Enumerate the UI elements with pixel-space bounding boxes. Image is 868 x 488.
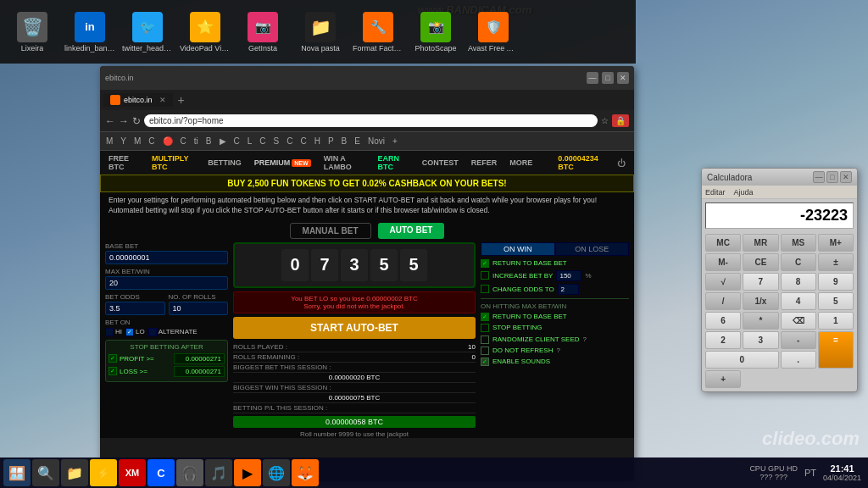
url-input[interactable] xyxy=(144,114,598,127)
calc-btn-del[interactable]: ⌫ xyxy=(781,312,816,330)
on-win-tab[interactable]: ON WIN xyxy=(481,242,555,256)
profit-checkbox[interactable] xyxy=(108,354,117,363)
nav-icon-p[interactable]: P xyxy=(326,136,337,146)
max-bet-input[interactable]: 20 xyxy=(105,276,228,290)
forward-button[interactable]: → xyxy=(119,115,129,127)
nav-premium[interactable]: PREMIUMNEW xyxy=(254,158,311,167)
taskbar-icon-avast[interactable]: 🛡️ Avast Free Antivirus xyxy=(468,12,519,53)
taskbar-folder-button[interactable]: 📁 xyxy=(61,459,88,486)
taskbar-icon-linkedin[interactable]: in linkedin_banne... xyxy=(64,12,115,53)
browser-tab-main[interactable]: ebitco.in ✕ xyxy=(103,93,173,107)
nav-icon-c2[interactable]: C xyxy=(178,136,189,146)
calc-btn-plus[interactable]: + xyxy=(705,370,741,388)
sounds-checkbox[interactable] xyxy=(481,358,489,366)
no-rolls-input[interactable]: 10 xyxy=(169,302,229,315)
calc-btn-9[interactable]: 9 xyxy=(818,273,854,291)
power-icon[interactable]: ⏻ xyxy=(617,158,626,168)
calc-btn-multiply[interactable]: * xyxy=(743,312,778,330)
calc-menu-ajuda[interactable]: Ajuda xyxy=(734,188,754,197)
taskbar-icon-lixeira[interactable]: 🗑️ Lixeira xyxy=(7,12,58,53)
calc-btn-dot[interactable]: . xyxy=(781,351,816,369)
no-refresh-checkbox[interactable] xyxy=(481,347,489,355)
auto-bet-tab[interactable]: AUTO BET xyxy=(378,223,445,239)
bet-odds-input[interactable]: 3.5 xyxy=(105,302,165,315)
calc-maximize-button[interactable]: □ xyxy=(826,171,838,183)
nav-icon-c4[interactable]: C xyxy=(257,136,268,146)
calc-btn-sqrt[interactable]: √ xyxy=(705,273,741,291)
maximize-button[interactable]: □ xyxy=(602,72,614,84)
nav-more[interactable]: MORE xyxy=(509,158,532,167)
refresh-button[interactable]: ↻ xyxy=(132,115,141,127)
taskbar-firefox-button[interactable]: 🦊 xyxy=(292,459,319,486)
calc-btn-equals-right[interactable]: = xyxy=(818,331,854,369)
taskbar-icon-videopad[interactable]: ⭐ VideoPad Video Editor xyxy=(180,12,231,53)
taskbar-vp-button[interactable]: ▶ xyxy=(234,459,261,486)
tab-close-icon[interactable]: ✕ xyxy=(159,96,166,104)
increase-bet-checkbox[interactable] xyxy=(481,271,489,280)
calc-btn-minus[interactable]: - xyxy=(781,331,816,349)
nav-earn-btc[interactable]: EARN BTC xyxy=(378,154,409,171)
new-tab-button[interactable]: + xyxy=(178,93,185,107)
calc-btn-divide[interactable]: / xyxy=(705,292,741,310)
taskbar-music-button[interactable]: 🎵 xyxy=(205,459,232,486)
nav-icon-h[interactable]: H xyxy=(312,136,323,146)
nav-contest[interactable]: CONTEST xyxy=(422,158,459,167)
taskbar-yellow-button[interactable]: ⚡ xyxy=(90,459,117,486)
nav-icon-l[interactable]: L xyxy=(245,136,255,146)
taskbar-cm-button[interactable]: C xyxy=(147,459,175,486)
calc-btn-mr[interactable]: MR xyxy=(743,234,778,252)
calc-btn-plusminus[interactable]: ± xyxy=(818,253,854,271)
nav-win-lambo[interactable]: WIN A LAMBO xyxy=(324,154,365,171)
calc-btn-6[interactable]: 6 xyxy=(705,312,741,330)
calc-btn-mplus[interactable]: M+ xyxy=(818,234,854,252)
calc-btn-7[interactable]: 7 xyxy=(743,273,778,291)
calc-btn-c[interactable]: C xyxy=(781,253,816,271)
calc-btn-ce[interactable]: CE xyxy=(743,253,778,271)
calc-btn-8[interactable]: 8 xyxy=(781,273,816,291)
nav-icon-c[interactable]: C xyxy=(146,136,157,146)
calc-btn-4[interactable]: 4 xyxy=(781,292,816,310)
nav-icon-ti[interactable]: ti xyxy=(192,136,201,146)
nav-icon-m2[interactable]: M xyxy=(131,136,143,146)
calc-btn-0[interactable]: 0 xyxy=(705,351,779,369)
back-button[interactable]: ← xyxy=(105,115,115,127)
close-button[interactable]: ✕ xyxy=(617,72,629,84)
change-odds-input[interactable] xyxy=(558,284,579,295)
nav-icon-novi[interactable]: Novi xyxy=(365,136,387,146)
calc-btn-5[interactable]: 5 xyxy=(818,292,854,310)
bet-lo-option[interactable]: LO xyxy=(125,328,145,336)
profit-input[interactable]: 0.00000271 xyxy=(174,353,225,364)
calc-btn-2[interactable]: 2 xyxy=(705,331,741,349)
base-bet-input[interactable]: 0.00000001 xyxy=(105,251,228,264)
calc-btn-mminus[interactable]: M- xyxy=(705,253,741,271)
nav-icon-m[interactable]: M xyxy=(103,136,115,146)
taskbar-icon-getinsta[interactable]: 📷 GetInsta xyxy=(237,12,288,53)
calc-btn-mc[interactable]: MC xyxy=(705,234,741,252)
taskbar-icon-novapasta[interactable]: 📁 Nova pasta xyxy=(295,12,346,53)
nav-icon-plus[interactable]: + xyxy=(390,136,400,146)
calc-minimize-button[interactable]: — xyxy=(813,171,825,183)
taskbar-icon-photoscap[interactable]: 📸 PhotoScape xyxy=(410,12,461,53)
nav-icon-c3[interactable]: C xyxy=(231,136,242,146)
nav-icon-b2[interactable]: B xyxy=(339,136,350,146)
calc-btn-reciprocal[interactable]: 1/x xyxy=(743,292,778,310)
on-lose-tab[interactable]: ON LOSE xyxy=(555,242,630,256)
bookmark-icon[interactable]: ☆ xyxy=(601,116,609,125)
nav-icon-c5[interactable]: C xyxy=(284,136,295,146)
nav-icon-c6[interactable]: C xyxy=(298,136,309,146)
loss-checkbox[interactable] xyxy=(108,367,117,375)
nav-icon-s[interactable]: S xyxy=(271,136,282,146)
calc-btn-3[interactable]: 3 xyxy=(743,331,778,349)
loss-input[interactable]: 0.00000271 xyxy=(174,366,225,377)
calc-close-button[interactable]: ✕ xyxy=(840,171,852,183)
nav-icon-play[interactable]: ▶ xyxy=(217,136,229,146)
randomize-checkbox[interactable] xyxy=(481,336,489,344)
nav-free-btc[interactable]: FREE BTC xyxy=(108,154,139,171)
taskbar-search-button[interactable]: 🔍 xyxy=(32,459,59,486)
return-base2-checkbox[interactable] xyxy=(481,313,489,321)
stop-betting-checkbox[interactable] xyxy=(481,324,489,332)
bet-hi-option[interactable]: HI xyxy=(105,328,122,336)
bet-alt-checkbox[interactable] xyxy=(148,328,157,336)
start-auto-bet-button[interactable]: START AUTO-BET xyxy=(233,317,476,339)
increase-bet-input[interactable] xyxy=(556,270,581,281)
